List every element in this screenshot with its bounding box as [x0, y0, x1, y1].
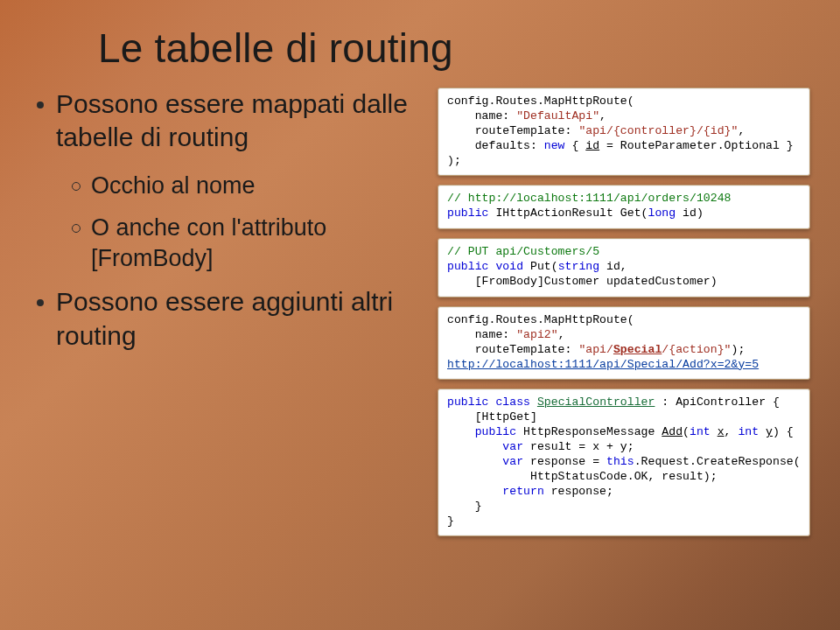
- code-text: ,: [724, 425, 738, 438]
- code-link: http://localhost:1111/api/Special/Add?x=…: [447, 358, 759, 371]
- code-keyword: public: [447, 206, 488, 220]
- code-text: [FromBody]Customer updatedCustomer): [447, 275, 718, 288]
- code-box-1: config.Routes.MapHttpRoute( name: "Defau…: [438, 88, 810, 176]
- code-keyword: return: [502, 485, 543, 498]
- code-string-bold: Special: [613, 343, 662, 356]
- code-string: "api2": [516, 328, 557, 341]
- code-box-2: // http://localhost:1111/api/orders/1024…: [438, 185, 810, 229]
- code-text: routeTemplate:: [447, 343, 578, 356]
- code-text: [447, 425, 475, 438]
- code-underline: y: [766, 425, 773, 438]
- code-underline: Add: [662, 425, 682, 438]
- code-keyword: new: [544, 139, 565, 152]
- code-text: id,: [599, 260, 627, 273]
- code-text: = RouteParameter.Optional }: [599, 139, 794, 152]
- code-text: config.Routes.MapHttpRoute(: [447, 313, 634, 326]
- slide: Le tabelle di routing Possono essere map…: [0, 0, 840, 630]
- code-text: [759, 425, 766, 438]
- code-keyword: public: [447, 260, 488, 273]
- code-comment: // PUT api/Customers/5: [447, 245, 599, 258]
- code-text: ) {: [773, 425, 794, 438]
- code-text: HttpResponseMessage: [516, 425, 662, 438]
- subbullet-2-text: O anche con l'attributo [FromBody]: [91, 213, 422, 273]
- code-text: ,: [558, 328, 565, 341]
- code-text: {: [565, 139, 586, 152]
- code-keyword: int: [738, 425, 759, 438]
- code-text: .Request.CreateResponse(: [634, 455, 801, 468]
- code-text: }: [447, 500, 482, 513]
- code-text: response;: [544, 485, 613, 498]
- code-box-5: public class SpecialController : ApiCont…: [438, 388, 810, 536]
- code-keyword: long: [648, 206, 676, 220]
- code-text: );: [732, 343, 746, 356]
- code-keyword: string: [558, 260, 599, 273]
- code-keyword: public: [475, 425, 516, 438]
- right-column: config.Routes.MapHttpRoute( name: "Defau…: [438, 88, 810, 536]
- code-text: );: [447, 154, 461, 167]
- code-keyword: class: [495, 396, 530, 409]
- code-text: routeTemplate:: [447, 124, 578, 137]
- subbullet-1-text: Occhio al nome: [91, 171, 256, 201]
- code-keyword: int: [690, 425, 710, 438]
- code-underline: id: [585, 139, 599, 152]
- bullet-1: Possono essere mappati dalle tabelle di …: [37, 88, 422, 155]
- code-text: name:: [447, 328, 516, 341]
- code-string: "DefaultApi": [516, 109, 599, 122]
- code-text: [530, 396, 537, 409]
- code-text: [447, 455, 502, 468]
- code-string: "api/: [578, 343, 613, 356]
- code-text: config.Routes.MapHttpRoute(: [447, 94, 634, 108]
- code-classname: SpecialController: [537, 396, 655, 409]
- code-text: ,: [599, 109, 606, 122]
- code-box-3: // PUT api/Customers/5 public void Put(s…: [438, 238, 810, 298]
- bullet-dot-icon: [37, 299, 44, 306]
- code-text: : ApiController {: [654, 396, 779, 409]
- code-string: /{action}": [662, 343, 731, 356]
- bullet-1-text: Possono essere mappati dalle tabelle di …: [56, 88, 422, 155]
- code-text: [HttpGet]: [447, 410, 537, 424]
- code-comment: // http://localhost:1111/api/orders/1024…: [447, 192, 731, 205]
- code-text: HttpStatusCode.OK, result);: [447, 470, 718, 483]
- code-keyword: public: [447, 396, 488, 409]
- code-text: result = x + y;: [523, 440, 634, 453]
- bullet-ring-icon: [72, 182, 80, 191]
- code-underline: x: [718, 425, 724, 438]
- code-text: [710, 425, 718, 438]
- code-text: IHttpActionResult Get(: [488, 206, 648, 220]
- slide-title: Le tabelle di routing: [98, 24, 803, 72]
- code-text: [447, 485, 502, 498]
- bullet-ring-icon: [72, 224, 80, 233]
- columns: Possono essere mappati dalle tabelle di …: [37, 88, 803, 536]
- code-string: "api/{controller}/{id}": [578, 124, 738, 137]
- code-text: name:: [447, 109, 516, 122]
- code-text: (: [682, 425, 690, 438]
- code-text: response =: [523, 455, 606, 468]
- code-text: [447, 440, 502, 453]
- code-keyword: var: [502, 440, 523, 453]
- bullet-2-text: Possono essere aggiunti altri routing: [56, 285, 422, 353]
- code-text: id): [676, 206, 704, 220]
- code-text: }: [447, 514, 454, 528]
- code-keyword: this: [606, 455, 634, 468]
- left-column: Possono essere mappati dalle tabelle di …: [37, 88, 422, 536]
- subbullet-2: O anche con l'attributo [FromBody]: [72, 213, 422, 273]
- code-keyword: void: [495, 260, 523, 273]
- code-box-4: config.Routes.MapHttpRoute( name: "api2"…: [438, 306, 810, 381]
- code-keyword: var: [502, 455, 523, 468]
- code-text: Put(: [523, 260, 558, 273]
- code-text: defaults:: [447, 139, 544, 152]
- bullet-dot-icon: [37, 102, 44, 108]
- code-text: ,: [738, 124, 745, 137]
- bullet-2: Possono essere aggiunti altri routing: [37, 285, 422, 353]
- subbullet-1: Occhio al nome: [72, 171, 422, 201]
